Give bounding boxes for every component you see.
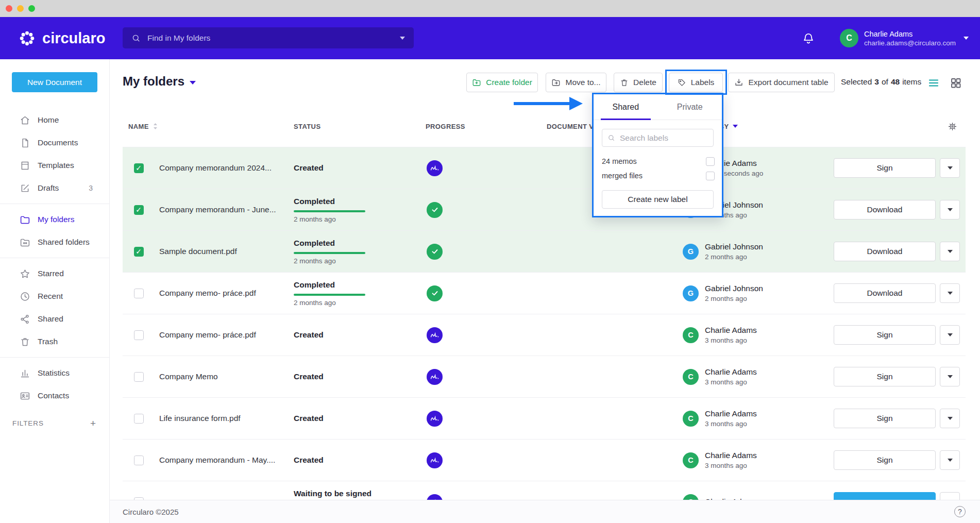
drafts-count-badge: 3 — [89, 184, 93, 192]
table-row[interactable]: Sample document.pdf Completed 2 months a… — [123, 231, 966, 273]
star-icon — [20, 268, 30, 279]
progress-icon — [427, 244, 443, 260]
document-name[interactable]: Life insurance form.pdf — [155, 398, 294, 439]
sidebar-item-contacts[interactable]: Contacts — [0, 384, 109, 407]
row-checkbox[interactable] — [134, 247, 144, 257]
row-checkbox[interactable] — [134, 455, 144, 465]
close-window-button[interactable] — [6, 5, 12, 12]
modified-by-cell: C Charlie Adams 3 months ago — [683, 440, 834, 481]
row-action-dropdown-button[interactable] — [940, 200, 960, 220]
folder-icon — [20, 214, 30, 225]
document-name[interactable]: Company memo- práce.pdf — [155, 273, 294, 314]
add-filter-button[interactable]: + — [90, 418, 96, 428]
delete-button[interactable]: Delete — [614, 73, 663, 92]
label-item[interactable]: 24 memos — [602, 154, 715, 168]
document-name[interactable]: Company memorandum - June... — [155, 189, 294, 230]
table-row[interactable]: Company Memo Created C Charlie Ad — [123, 356, 966, 398]
row-action-button[interactable]: Download — [834, 200, 936, 220]
table-row[interactable]: Company memorandum - June... Completed 2… — [123, 189, 966, 231]
create-folder-button[interactable]: Create folder — [466, 73, 538, 92]
row-checkbox[interactable] — [134, 330, 144, 340]
row-checkbox[interactable] — [134, 372, 144, 382]
row-action-button[interactable]: Sign — [834, 325, 936, 345]
document-name[interactable]: Company memorandum - May.... — [155, 440, 294, 481]
sidebar-item-templates[interactable]: Templates — [0, 154, 109, 177]
status-cell: Created — [294, 440, 426, 481]
sidebar-item-starred[interactable]: Starred — [0, 262, 109, 285]
create-new-label-button[interactable]: Create new label — [602, 190, 714, 209]
page-title[interactable]: My folders — [123, 74, 196, 89]
row-action-button[interactable]: Sign — [834, 409, 936, 428]
row-checkbox[interactable] — [134, 163, 144, 173]
sidebar-item-drafts[interactable]: Drafts 3 — [0, 177, 109, 199]
tab-private[interactable]: Private — [658, 94, 722, 120]
sidebar-item-trash[interactable]: Trash — [0, 330, 109, 353]
export-document-table-button[interactable]: Export document table — [728, 73, 835, 92]
row-action-dropdown-button[interactable] — [940, 450, 960, 470]
column-header-progress[interactable]: PROGRESS — [426, 123, 465, 130]
table-row[interactable]: Company memo- práce.pdf Created C — [123, 314, 966, 356]
document-name[interactable]: Company memo- práce.pdf — [155, 314, 294, 356]
table-row[interactable]: Company memorandum 2024... Created C — [123, 147, 966, 189]
table-row[interactable]: Company memorandum - May.... Created C — [123, 440, 966, 481]
search-labels-input[interactable]: Search labels — [602, 129, 714, 147]
row-checkbox[interactable] — [134, 205, 144, 215]
search-placeholder: Find in My folders — [147, 33, 210, 43]
document-name[interactable]: Sample document.pdf — [155, 231, 294, 272]
status-time: 2 months ago — [294, 215, 426, 223]
table-row[interactable]: Company memo- práce.pdf Completed 2 mont… — [123, 273, 966, 314]
row-action-dropdown-button[interactable] — [940, 158, 960, 178]
row-action-button[interactable]: Download — [834, 283, 936, 303]
sidebar-item-home[interactable]: Home — [0, 109, 109, 131]
label-checkbox[interactable] — [706, 172, 715, 180]
row-action-button[interactable]: Sign — [834, 450, 936, 470]
user-menu[interactable]: C Charlie Adams charlie.adams@circularo.… — [840, 29, 969, 47]
row-checkbox[interactable] — [134, 414, 144, 424]
sidebar-item-label: Shared — [38, 314, 63, 324]
search-scope-dropdown-icon[interactable] — [400, 37, 405, 40]
table-row[interactable]: Life insurance form.pdf Created C — [123, 398, 966, 440]
modified-by-name: Charlie Adams — [705, 409, 757, 418]
row-action-button[interactable]: Sign — [834, 367, 936, 386]
tab-shared[interactable]: Shared — [594, 94, 658, 120]
row-action-dropdown-button[interactable] — [940, 409, 960, 428]
help-button[interactable]: ? — [954, 506, 966, 517]
row-checkbox[interactable] — [134, 289, 144, 298]
row-action-dropdown-button[interactable] — [940, 283, 960, 303]
labels-button[interactable]: Labels — [669, 73, 723, 92]
signature-icon — [430, 415, 439, 422]
column-header-name[interactable]: NAME — [128, 123, 149, 130]
zoom-window-button[interactable] — [28, 5, 35, 12]
sidebar-item-recent[interactable]: Recent — [0, 285, 109, 308]
row-action-button[interactable]: Download — [834, 242, 936, 261]
sidebar-item-documents[interactable]: Documents — [0, 131, 109, 154]
move-to-button[interactable]: Move to... — [546, 73, 606, 92]
row-action-dropdown-button[interactable] — [940, 367, 960, 386]
grid-view-button[interactable] — [950, 77, 962, 89]
notifications-button[interactable] — [802, 31, 815, 45]
caret-down-icon — [948, 459, 953, 462]
list-view-button[interactable] — [927, 77, 940, 89]
modified-by-cell: G Gabriel Johnson 2 months ago — [683, 231, 834, 272]
circularo-logo[interactable]: circularo — [18, 28, 106, 48]
table-settings-gear-icon[interactable] — [948, 122, 957, 131]
global-search-input[interactable]: Find in My folders — [123, 27, 414, 48]
row-action-dropdown-button[interactable] — [940, 242, 960, 261]
sidebar-item-shared[interactable]: Shared — [0, 308, 109, 330]
sidebar-item-shared-folders[interactable]: Shared folders — [0, 231, 109, 254]
progress-bar — [294, 294, 365, 296]
label-item[interactable]: merged files — [602, 168, 715, 183]
row-action-dropdown-button[interactable] — [940, 325, 960, 345]
sort-icon[interactable] — [153, 122, 158, 130]
row-action-button[interactable]: Sign — [834, 158, 936, 178]
new-document-button[interactable]: New Document — [12, 72, 97, 92]
minimize-window-button[interactable] — [17, 5, 24, 12]
sidebar-item-statistics[interactable]: Statistics — [0, 362, 109, 384]
sidebar-item-my-folders[interactable]: My folders — [0, 208, 109, 231]
label-checkbox[interactable] — [706, 157, 715, 166]
document-name[interactable]: Company memorandum 2024... — [155, 147, 294, 189]
modified-by-cell: G Gabriel Johnson 2 months ago — [683, 273, 834, 314]
document-name[interactable]: Company Memo — [155, 356, 294, 397]
column-header-status[interactable]: STATUS — [294, 123, 320, 130]
trash-icon — [20, 336, 30, 347]
